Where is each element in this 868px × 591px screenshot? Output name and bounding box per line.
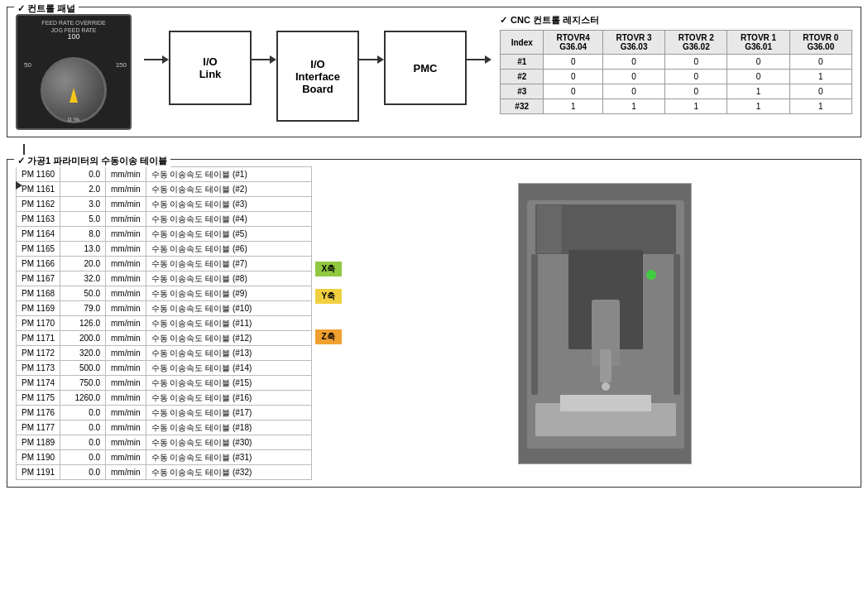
cnc-section: ✓CNC 컨트롤 레지스터 Index RTOVR4G36.04 RTOVR 3… bbox=[500, 14, 852, 114]
dial-label-0: 0 % bbox=[68, 116, 79, 123]
svg-point-6 bbox=[602, 382, 610, 391]
pm-row: PM 11751260.0mm/min수동 이송속도 테이블 (#16) bbox=[17, 391, 312, 406]
axis-spacer-row bbox=[315, 166, 343, 180]
pm-row: PM 11600.0mm/min수동 이송속도 테이블 (#1) bbox=[17, 167, 312, 182]
pm-row: PM 1171200.0mm/min수동 이송속도 테이블 (#12) bbox=[17, 331, 312, 346]
dial-circle bbox=[41, 57, 107, 123]
pm-row: PM 1170126.0mm/min수동 이송속도 테이블 (#11) bbox=[17, 316, 312, 331]
cnc-table: Index RTOVR4G36.04 RTOVR 3G36.03 RTOVR 2… bbox=[500, 30, 852, 114]
axis-spacer-row bbox=[315, 399, 343, 413]
top-inner: FEED RATE OVERRIDE JOG FEED RATE 50 150 … bbox=[16, 14, 852, 130]
dial-label-150: 150 bbox=[116, 61, 127, 69]
cnc-row: #300010 bbox=[501, 84, 852, 99]
axis-spacer-row bbox=[315, 221, 343, 235]
cnc-th-rtovr3: RTOVR 3G36.03 bbox=[602, 31, 664, 55]
dial-box: FEED RATE OVERRIDE JOG FEED RATE 50 150 … bbox=[16, 14, 132, 130]
pm-table: PM 11600.0mm/min수동 이송속도 테이블 (#1)PM 11612… bbox=[16, 166, 312, 480]
axis-spacer-row bbox=[315, 344, 343, 358]
arrow-4 bbox=[467, 55, 492, 64]
axis-tag-x: X축 bbox=[315, 262, 343, 276]
axis-label-row-y: Y축 bbox=[315, 290, 343, 304]
axis-tag-z: Z축 bbox=[315, 329, 342, 344]
axis-spacer-row bbox=[315, 235, 343, 249]
pm-row: PM 116513.0mm/min수동 이송속도 테이블 (#6) bbox=[17, 242, 312, 257]
dial-100: 100 bbox=[67, 32, 79, 41]
arrow-2 bbox=[252, 55, 276, 64]
dial-label-50: 50 bbox=[24, 61, 31, 69]
cnc-row: #200001 bbox=[501, 70, 852, 84]
axis-spacer-row bbox=[315, 440, 343, 454]
io-board-label: I/OInterfaceBoard bbox=[295, 58, 340, 95]
axis-label-row-z: Z축 bbox=[315, 330, 343, 344]
svg-rect-9 bbox=[531, 254, 538, 395]
pm-row: PM 11900.0mm/min수동 이송속도 테이블 (#31) bbox=[17, 450, 312, 465]
axis-labels-column: X축Y축Z축 bbox=[315, 166, 343, 480]
axis-spacer-row bbox=[315, 317, 343, 331]
io-link-box: I/OLink bbox=[169, 31, 252, 105]
main-container: ✓컨트롤 패널 FEED RATE OVERRIDE JOG FEED RATE… bbox=[0, 0, 868, 494]
top-section: ✓컨트롤 패널 FEED RATE OVERRIDE JOG FEED RATE… bbox=[7, 7, 861, 137]
pm-row: PM 11612.0mm/min수동 이송속도 테이블 (#2) bbox=[17, 182, 312, 197]
cnc-row: #3211111 bbox=[501, 99, 852, 114]
cnc-row: #100000 bbox=[501, 55, 852, 70]
dial-indicator bbox=[70, 88, 78, 103]
svg-rect-11 bbox=[537, 205, 562, 253]
axis-spacer-row bbox=[315, 180, 343, 195]
cnc-th-rtovr2: RTOVR 2G36.02 bbox=[665, 31, 727, 55]
axis-spacer-row bbox=[315, 358, 343, 372]
pm-row: PM 11770.0mm/min수동 이송속도 테이블 (#18) bbox=[17, 420, 312, 435]
pm-row: PM 11910.0mm/min수동 이송속도 테이블 (#32) bbox=[17, 465, 312, 480]
arrow-3 bbox=[359, 55, 384, 64]
axis-label-row-x: X축 bbox=[315, 262, 343, 276]
table-and-axis-labels: PM 11600.0mm/min수동 이송속도 테이블 (#1)PM 11612… bbox=[16, 166, 342, 480]
pm-row: PM 11890.0mm/min수동 이송속도 테이블 (#30) bbox=[17, 435, 312, 450]
top-section-wrapper: ✓컨트롤 패널 FEED RATE OVERRIDE JOG FEED RATE… bbox=[7, 7, 861, 137]
pm-row: PM 1173500.0mm/min수동 이송속도 테이블 (#14) bbox=[17, 361, 312, 376]
left-entry-arrow bbox=[16, 181, 22, 190]
axis-spacer-row bbox=[315, 208, 343, 222]
svg-point-12 bbox=[646, 270, 656, 280]
pm-row: PM 1172320.0mm/min수동 이송속도 테이블 (#13) bbox=[17, 346, 312, 361]
pm-row: PM 11623.0mm/min수동 이송속도 테이블 (#3) bbox=[17, 197, 312, 212]
bottom-section-label: ✓ 가공1 파라미터의 수동이송 테이블 bbox=[14, 155, 170, 167]
machine-image bbox=[518, 183, 692, 464]
io-link-label: I/OLink bbox=[199, 55, 222, 80]
axis-spacer-row bbox=[315, 372, 343, 386]
pmc-label: PMC bbox=[414, 62, 438, 74]
axis-spacer-row bbox=[315, 276, 343, 290]
arrow-1 bbox=[144, 55, 169, 64]
pm-row: PM 116850.0mm/min수동 이송속도 테이블 (#9) bbox=[17, 286, 312, 301]
pm-row: PM 116620.0mm/min수동 이송속도 테이블 (#7) bbox=[17, 257, 312, 271]
pm-row: PM 116979.0mm/min수동 이송속도 테이블 (#10) bbox=[17, 301, 312, 316]
svg-rect-5 bbox=[600, 349, 611, 382]
bottom-section: ✓ 가공1 파라미터의 수동이송 테이블 PM 11600.0mm/min수동 … bbox=[7, 159, 861, 488]
pm-row: PM 116732.0mm/min수동 이송속도 테이블 (#8) bbox=[17, 271, 312, 286]
cnc-label: ✓CNC 컨트롤 레지스터 bbox=[500, 14, 852, 26]
io-board-box: I/OInterfaceBoard bbox=[276, 31, 359, 122]
axis-spacer-row bbox=[315, 426, 343, 440]
axis-spacer-row bbox=[315, 303, 343, 317]
cnc-th-rtovr0: RTOVR 0G36.00 bbox=[789, 31, 851, 55]
pmc-box: PMC bbox=[384, 31, 467, 105]
axis-spacer-row bbox=[315, 385, 343, 399]
dial-container: FEED RATE OVERRIDE JOG FEED RATE 50 150 … bbox=[16, 14, 144, 130]
pm-row: PM 11648.0mm/min수동 이송속도 테이블 (#5) bbox=[17, 227, 312, 242]
cnc-th-index: Index bbox=[501, 31, 544, 55]
axis-spacer-row bbox=[315, 248, 343, 262]
pm-row: PM 11635.0mm/min수동 이송속도 테이블 (#4) bbox=[17, 212, 312, 227]
axis-spacer-row bbox=[315, 194, 343, 208]
axis-tag-y: Y축 bbox=[315, 289, 343, 304]
cnc-th-rtovr4: RTOVR4G36.04 bbox=[544, 31, 603, 55]
machine-image-container bbox=[357, 166, 852, 480]
axis-spacer-row bbox=[315, 412, 343, 426]
svg-rect-10 bbox=[674, 254, 680, 395]
svg-rect-8 bbox=[560, 395, 651, 411]
cnc-th-rtovr1: RTOVR 1G36.01 bbox=[727, 31, 789, 55]
pm-row: PM 1174750.0mm/min수동 이송속도 테이블 (#15) bbox=[17, 376, 312, 391]
pm-row: PM 11760.0mm/min수동 이송속도 테이블 (#17) bbox=[17, 406, 312, 420]
top-section-label: ✓컨트롤 패널 bbox=[14, 2, 79, 15]
